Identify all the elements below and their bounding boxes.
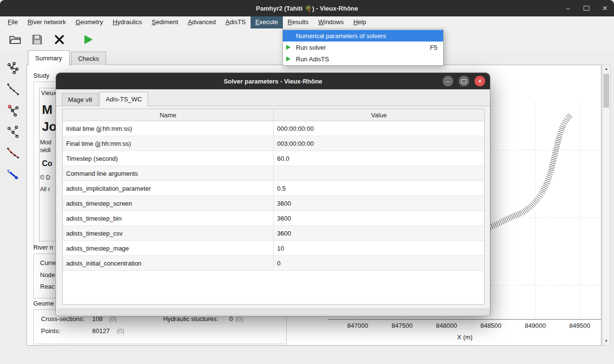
window-titlebar[interactable]: Pamhyr2 (Tahiti 🌴) - Vieux-Rhône – ✕ bbox=[0, 0, 614, 16]
save-icon bbox=[31, 34, 43, 45]
open-button[interactable] bbox=[8, 32, 22, 47]
copyright-fragment: © D bbox=[40, 174, 50, 181]
menu-sediment[interactable]: Sediment bbox=[147, 16, 183, 28]
x-tick-label: 847000 bbox=[338, 322, 377, 329]
menu-file[interactable]: File bbox=[3, 16, 23, 28]
blue-arrow-icon: T bbox=[6, 168, 20, 181]
dialog-minimize-button[interactable]: – bbox=[443, 76, 453, 86]
river-row-fragment-1: Curre bbox=[40, 259, 56, 266]
param-value-cell[interactable]: 3600 bbox=[274, 196, 484, 210]
table-row: adists_initial_concentration0 bbox=[63, 256, 484, 271]
menu-adists[interactable]: AdisTS bbox=[221, 16, 251, 28]
play-icon bbox=[286, 44, 294, 50]
param-value-cell[interactable]: 3600 bbox=[274, 211, 484, 225]
dialog-tab-adis-ts-wc[interactable]: Adis-TS_WC bbox=[99, 92, 148, 106]
window-title: Pamhyr2 (Tahiti 🌴) - Vieux-Rhône bbox=[256, 5, 358, 12]
menu-geometry[interactable]: Geometry bbox=[70, 16, 108, 28]
column-header-name[interactable]: Name bbox=[63, 109, 274, 121]
tab-checks[interactable]: Checks bbox=[71, 52, 106, 65]
menu-advanced[interactable]: Advanced bbox=[183, 16, 221, 28]
left-tool-rail: T bbox=[0, 50, 26, 346]
cross-sections-suffix: (0) bbox=[109, 315, 117, 322]
menu-item-run-adists[interactable]: Run AdisTS bbox=[283, 53, 443, 65]
rights-fragment: All r bbox=[40, 186, 50, 193]
slope-tool-button[interactable] bbox=[6, 146, 20, 160]
param-value-cell[interactable]: 60.0 bbox=[274, 151, 484, 166]
param-name-cell: Initial time (jj:hh:mm:ss) bbox=[63, 121, 274, 136]
table-row: adists_timestep_screen3600 bbox=[63, 196, 484, 211]
param-value-cell[interactable]: 000:00:00:00 bbox=[274, 121, 484, 136]
menu-windows[interactable]: Windows bbox=[313, 16, 349, 28]
column-header-value[interactable]: Value bbox=[274, 109, 484, 121]
execute-dropdown-menu: Numerical parameters of solversRun solve… bbox=[282, 29, 444, 66]
open-folder-icon bbox=[9, 34, 21, 45]
scrollbar-thumb[interactable] bbox=[603, 74, 609, 108]
run-button[interactable] bbox=[81, 32, 96, 47]
network-tool-button[interactable] bbox=[6, 61, 20, 75]
param-value-cell[interactable]: 0 bbox=[274, 256, 484, 270]
scroll-up-arrow-icon[interactable]: ▲ bbox=[602, 66, 610, 72]
node-edit-tool-button[interactable] bbox=[6, 103, 20, 118]
table-row: Initial time (jj:hh:mm:ss)000:00:00:00 bbox=[63, 121, 484, 136]
param-value-cell[interactable]: 3600 bbox=[274, 226, 484, 240]
menubar: FileRiver networkGeometryHydraulicsSedim… bbox=[0, 16, 614, 28]
menu-hydraulics[interactable]: Hydraulics bbox=[108, 16, 147, 28]
tab-summary[interactable]: Summary bbox=[28, 50, 70, 66]
delete-button[interactable] bbox=[52, 32, 67, 47]
dialog-close-button[interactable]: ✕ bbox=[474, 76, 485, 86]
menu-results[interactable]: Results bbox=[283, 16, 313, 28]
points-label: Points: bbox=[41, 327, 60, 335]
parameters-table: Name Value Initial time (jj:hh:mm:ss)000… bbox=[62, 109, 485, 305]
menu-river-network[interactable]: River network bbox=[23, 16, 70, 28]
window-close-button[interactable]: ✕ bbox=[600, 5, 609, 12]
dialog-tabbar: Mage v8 Adis-TS_WC bbox=[62, 91, 149, 106]
save-button[interactable] bbox=[30, 32, 44, 47]
study-subheading-fragment: Co bbox=[42, 159, 52, 168]
plot-x-labels: 847000847500848000848500849000849500 bbox=[290, 322, 601, 332]
plot-x-axis-title: X (m) bbox=[446, 334, 484, 341]
study-heading-fragment-2: Jo bbox=[42, 119, 56, 134]
study-group-label: Study bbox=[33, 72, 49, 79]
menu-item-numerical-parameters-of-solvers[interactable]: Numerical parameters of solvers bbox=[283, 30, 443, 42]
menu-help[interactable]: Help bbox=[349, 16, 371, 28]
param-name-cell: Final time (jj:hh:mm:ss) bbox=[63, 136, 274, 151]
dialog-maximize-button[interactable] bbox=[459, 76, 469, 86]
network-red-node-icon bbox=[6, 104, 20, 117]
menu-execute[interactable]: Execute bbox=[251, 16, 283, 28]
mesh-tool-button[interactable] bbox=[6, 125, 20, 139]
table-row: Command line arguments bbox=[63, 166, 484, 181]
vertical-scrollbar[interactable]: ▲ ▼ bbox=[602, 65, 611, 346]
table-row: Final time (jj:hh:mm:ss)003:00:00:00 bbox=[63, 136, 484, 151]
river-network-group-label: River n bbox=[33, 244, 53, 251]
window-maximize-button[interactable] bbox=[582, 5, 591, 12]
table-row: adists_implicitation_parameter0.5 bbox=[63, 181, 484, 196]
menu-item-label: Run AdisTS bbox=[296, 56, 437, 63]
maximize-icon bbox=[584, 6, 589, 11]
window-minimize-button[interactable]: – bbox=[564, 5, 572, 12]
study-desc-fragment-2: sédi bbox=[40, 147, 51, 154]
param-value-cell[interactable]: 10 bbox=[274, 241, 484, 255]
dialog-tab-mage-v8[interactable]: Mage v8 bbox=[62, 93, 98, 106]
profile-tool-button[interactable] bbox=[6, 82, 20, 97]
scroll-down-arrow-icon[interactable]: ▼ bbox=[602, 338, 610, 345]
solver-parameters-dialog[interactable]: Solver parameters - Vieux-Rhône – ✕ Mage… bbox=[56, 72, 490, 316]
points-suffix: (0) bbox=[117, 327, 125, 335]
dialog-titlebar[interactable]: Solver parameters - Vieux-Rhône – ✕ bbox=[56, 73, 490, 89]
transport-tool-button[interactable]: T bbox=[6, 167, 20, 182]
hydraulic-structures-value: 0 bbox=[229, 315, 233, 322]
profile-polyline-icon bbox=[6, 83, 20, 96]
param-name-cell: adists_implicitation_parameter bbox=[63, 181, 274, 196]
param-value-cell[interactable]: 0.5 bbox=[274, 181, 484, 196]
table-row: adists_timestep_mage10 bbox=[63, 241, 484, 256]
main-tabbar: Summary Checks bbox=[28, 50, 108, 65]
param-value-cell[interactable] bbox=[274, 166, 484, 181]
dialog-horizontal-scrollbar[interactable] bbox=[58, 308, 489, 315]
table-row: adists_timestep_bin3600 bbox=[63, 211, 484, 226]
menu-item-run-solver[interactable]: Run solverF5 bbox=[283, 42, 443, 53]
param-value-cell[interactable]: 003:00:00:00 bbox=[274, 136, 484, 151]
table-row: adists_timestep_csv3600 bbox=[63, 226, 484, 241]
points-value: 60127 bbox=[92, 327, 110, 335]
network-dashed-icon bbox=[6, 125, 20, 139]
parameters-table-body: Initial time (jj:hh:mm:ss)000:00:00:00Fi… bbox=[63, 121, 484, 271]
close-x-icon bbox=[54, 34, 65, 45]
